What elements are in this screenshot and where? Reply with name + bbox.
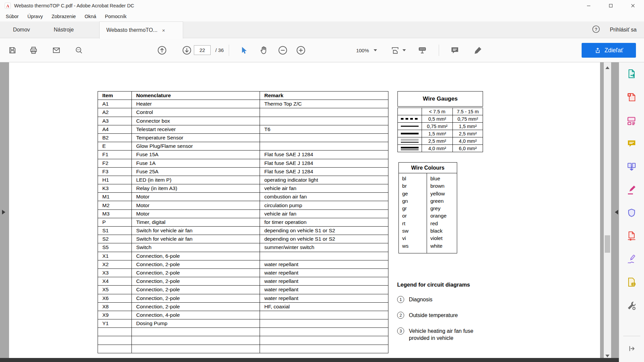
comment-tool-icon[interactable] <box>448 44 462 57</box>
table-cell: F1 <box>98 150 132 159</box>
reading-mode-icon[interactable] <box>416 44 429 57</box>
vertical-scrollbar[interactable] <box>604 62 611 362</box>
table-cell: Connection, 2-pole <box>132 302 260 311</box>
table-row: S2Switch for vehicle air fandepending on… <box>98 235 388 243</box>
chevron-down-icon <box>402 49 406 51</box>
table-cell: X1 <box>98 252 132 260</box>
comment-icon[interactable] <box>624 136 639 151</box>
share-button[interactable]: Zdieľať <box>582 43 636 58</box>
table-cell: X9 <box>98 311 132 319</box>
legend-number-circle: 2 <box>397 312 404 319</box>
toolbar-divider <box>229 45 229 56</box>
circuit-legend: Legend for circuit diagrams 1Diagnosis2O… <box>397 282 494 352</box>
table-cell: water repellant <box>260 286 388 294</box>
tab-document-label: Webasto thermoTO... <box>106 27 157 33</box>
combine-files-icon[interactable] <box>624 160 639 174</box>
help-icon[interactable]: ? <box>592 25 600 35</box>
table-cell: M1 <box>98 193 132 201</box>
table-cell <box>260 345 388 353</box>
wire-colour-names: bluebrownyellowgreengreyorangeredblackvi… <box>427 173 457 253</box>
search-icon[interactable] <box>72 44 86 57</box>
tab-tools[interactable]: Nástroje <box>43 21 85 38</box>
fill-and-sign-icon[interactable] <box>624 183 639 197</box>
gauge-sample-header <box>398 108 422 115</box>
table-cell: Motor <box>132 209 260 218</box>
sign-in-link[interactable]: Prihlásiť sa <box>610 27 637 33</box>
menu-windows[interactable]: Okná <box>80 11 101 21</box>
minimize-button[interactable] <box>578 0 600 11</box>
share-button-label: Zdieľať <box>604 47 623 54</box>
print-button[interactable] <box>27 44 40 57</box>
next-page-button[interactable] <box>180 44 194 57</box>
wire-colour-abbreviations: blbrgegngrorrtswviws <box>399 173 427 253</box>
close-button[interactable] <box>622 0 644 11</box>
table-cell: Connector box <box>132 117 260 125</box>
send-for-comments-icon[interactable] <box>624 275 639 290</box>
page-count-label: / 36 <box>215 38 224 62</box>
gauge-line-sample <box>398 115 422 123</box>
edit-pdf-icon[interactable] <box>624 113 639 128</box>
items-header-row: ItemNomenclatureRemark <box>98 92 388 100</box>
table-cell <box>260 336 388 345</box>
create-pdf-icon[interactable] <box>624 90 639 105</box>
table-cell: Timer, digital <box>132 218 260 226</box>
table-cell: Connection, 4-pole <box>132 311 260 319</box>
table-row: F3Fuse 25AFlat fuse SAE J 1284 <box>98 167 388 176</box>
zoom-in-button[interactable] <box>294 44 308 57</box>
table-cell: X3 <box>98 268 132 277</box>
legend-item: 1Diagnosis <box>397 296 480 303</box>
legend-item: 2Outside temperature <box>397 312 480 319</box>
table-cell: water repellant <box>260 277 388 286</box>
table-cell: X5 <box>98 286 132 294</box>
right-pane-toggle-icon[interactable] <box>612 210 618 215</box>
export-pdf-icon[interactable] <box>624 66 639 81</box>
zoom-out-button[interactable] <box>276 44 289 57</box>
legend-item: 3Vehicle heating air fan fuse provided i… <box>397 327 480 342</box>
highlighter-pen-icon[interactable] <box>471 44 485 57</box>
scroll-up-icon[interactable] <box>605 64 609 69</box>
table-cell: Glow Plug/Flame sensor <box>132 142 260 150</box>
page-number-input[interactable] <box>194 45 211 55</box>
gauge-value-short: 0,75 mm² <box>422 123 453 130</box>
table-cell: water repellant <box>260 268 388 277</box>
wire-gauges-table: < 7.5 m7.5 - 15 m0,5 mm²0,75 mm²0,75 mm²… <box>397 108 483 152</box>
tab-document[interactable]: Webasto thermoTO... × <box>99 21 183 39</box>
save-button[interactable] <box>6 44 19 57</box>
previous-page-button[interactable] <box>155 44 169 57</box>
email-button[interactable] <box>50 44 63 57</box>
table-cell: vehicle air fan <box>260 209 388 218</box>
select-tool-button[interactable] <box>237 44 251 57</box>
maximize-button[interactable] <box>600 0 622 11</box>
table-cell <box>98 345 132 353</box>
table-cell: B2 <box>98 133 132 142</box>
certificates-sign-icon[interactable] <box>624 252 639 267</box>
table-row: PTimer, digitalfor timer operation <box>98 218 388 226</box>
menu-help[interactable]: Pomocník <box>101 11 131 21</box>
menu-file[interactable]: Súbor <box>1 11 23 21</box>
table-cell: Flat fuse SAE J 1284 <box>260 167 388 176</box>
wire-gauges-title: Wire Gauges <box>397 91 483 107</box>
zoom-level-dropdown[interactable]: 100% <box>339 44 379 57</box>
hand-tool-button[interactable] <box>257 44 271 57</box>
tab-home[interactable]: Domov <box>0 21 43 38</box>
scrollbar-thumb[interactable] <box>605 235 610 253</box>
more-tools-icon[interactable] <box>624 298 639 313</box>
table-cell <box>260 142 388 150</box>
legend-item-text: Vehicle heating air fan fuse provided in… <box>409 327 480 342</box>
table-row: M1Motorcombustion air fan <box>98 193 388 201</box>
tab-close-icon[interactable]: × <box>162 27 165 33</box>
compress-pdf-icon[interactable] <box>624 229 639 243</box>
gauge-line-sample <box>398 130 422 137</box>
table-cell: T6 <box>260 125 388 133</box>
left-pane-toggle-icon[interactable] <box>2 210 8 215</box>
menu-edit[interactable]: Úpravy <box>23 11 47 21</box>
table-cell: E <box>98 142 132 150</box>
table-row: A3Connector box <box>98 117 388 125</box>
chevron-down-icon <box>374 49 377 51</box>
svg-text:?: ? <box>595 27 597 32</box>
table-cell: Motor <box>132 193 260 201</box>
menu-view[interactable]: Zobrazenie <box>47 11 80 21</box>
page-fit-dropdown[interactable] <box>385 44 411 57</box>
open-tools-pane-button[interactable] <box>624 341 639 356</box>
protect-icon[interactable] <box>624 206 639 221</box>
